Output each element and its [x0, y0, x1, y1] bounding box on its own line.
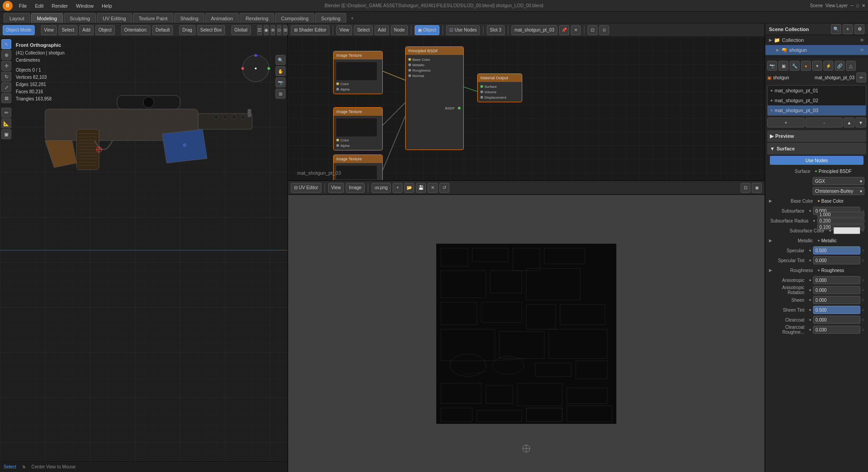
- ne-material-btn[interactable]: mat_shotgun_pt_03: [511, 25, 557, 35]
- node-material-output[interactable]: Material Output Surface Volume Displacem…: [477, 73, 522, 102]
- max-btn[interactable]: □: [856, 3, 859, 8]
- menu-render[interactable]: Render: [48, 1, 72, 11]
- node-editor-type-btn[interactable]: ⊞ Shader Editor: [291, 25, 330, 35]
- subsurface-color-rect[interactable]: [833, 227, 860, 234]
- uv-save-btn[interactable]: 💾: [416, 183, 426, 193]
- distribution-dropdown[interactable]: Christensen-Burley ▾: [813, 187, 864, 195]
- mat-icon-modifier[interactable]: 🔧: [790, 61, 800, 71]
- ne-pin-btn[interactable]: 📌: [559, 25, 569, 35]
- ws-tab-sculpting[interactable]: Sculpting: [64, 13, 96, 23]
- mat-icon-particles[interactable]: ✦: [812, 61, 822, 71]
- node-editor[interactable]: ⊞ Shader Editor View Select Add Node ▣ O…: [288, 23, 764, 181]
- uv-reload-btn[interactable]: ↺: [439, 183, 449, 193]
- ggx-dropdown[interactable]: GGX ▾: [813, 177, 864, 185]
- min-btn[interactable]: ─: [850, 3, 854, 8]
- specular-pin[interactable]: ○: [862, 248, 864, 253]
- prop-value-aniso-rot[interactable]: 0.000: [813, 286, 860, 294]
- prop-value-sheen-tint[interactable]: 0.500: [813, 306, 860, 314]
- ws-tab-compositing[interactable]: Compositing: [275, 13, 314, 23]
- object-menu-btn[interactable]: Object: [95, 25, 115, 35]
- mat-down-btn[interactable]: ▼: [855, 118, 866, 127]
- select-box-btn[interactable]: Select Box: [197, 25, 225, 35]
- clearcoat-pin[interactable]: ○: [862, 318, 864, 322]
- ws-tab-texture-paint[interactable]: Texture Paint: [133, 13, 173, 23]
- prop-value-clearcoat[interactable]: 0.000: [813, 316, 860, 324]
- menu-help[interactable]: Help: [98, 1, 116, 11]
- ws-tab-animation[interactable]: Animation: [205, 13, 239, 23]
- nav-z-axis[interactable]: [254, 54, 257, 57]
- mat-icon-physics[interactable]: ⚡: [823, 61, 833, 71]
- ne-object-btn[interactable]: ▣ Object: [415, 25, 439, 35]
- viewport-zoom-icon[interactable]: 🔍: [276, 55, 285, 65]
- uv-editor-type-btn[interactable]: ⊟ UV Editor: [291, 183, 321, 193]
- menu-file[interactable]: File: [15, 1, 31, 11]
- uv-close-btn[interactable]: ✕: [428, 183, 438, 193]
- ne-node-btn[interactable]: Node: [391, 25, 408, 35]
- node-principled[interactable]: Principled BSDF Base Color Metallic Roug…: [405, 46, 464, 150]
- uv-image-name-btn[interactable]: uv.png: [371, 183, 391, 193]
- drag-btn[interactable]: Drag: [179, 25, 195, 35]
- scale-tool-btn[interactable]: ⤢: [1, 82, 11, 92]
- mat-up-btn[interactable]: ▲: [844, 118, 854, 127]
- subsurface-color-pin[interactable]: ○: [862, 228, 864, 233]
- ne-slot-btn[interactable]: Slot 3: [487, 25, 505, 35]
- viewport-grid-icon[interactable]: ⊞: [276, 89, 285, 99]
- preview-section-header[interactable]: ▶ Preview: [767, 130, 866, 142]
- collection-eye[interactable]: 👁: [860, 38, 864, 43]
- uv-open-btn[interactable]: 📂: [404, 183, 414, 193]
- menu-window[interactable]: Window: [72, 1, 97, 11]
- ws-tab-rendering[interactable]: Rendering: [240, 13, 274, 23]
- surface-section-header[interactable]: ▼ Surface: [767, 143, 866, 154]
- uv-image-btn[interactable]: Image: [346, 183, 365, 193]
- mat-add-btn[interactable]: +: [767, 118, 805, 127]
- viewport-hand-icon[interactable]: ✋: [276, 66, 285, 76]
- prop-value-specular-tint[interactable]: 0.000: [813, 256, 860, 264]
- orientation-value-btn[interactable]: Default: [152, 25, 173, 35]
- uv-overlay-btn[interactable]: ◉: [752, 183, 762, 193]
- ne-zoom-fit-btn[interactable]: ⊡: [588, 25, 597, 35]
- ne-select-btn[interactable]: Select: [354, 25, 373, 35]
- prop-expand-base[interactable]: ▶: [769, 199, 772, 203]
- uv-editor[interactable]: ⊟ UV Editor View Image uv.png + 📂 💾 ✕ ↺ …: [288, 181, 764, 472]
- move-tool-btn[interactable]: ✛: [1, 61, 11, 71]
- mat-icon-object[interactable]: ▣: [778, 61, 788, 71]
- ne-add-btn[interactable]: Add: [375, 25, 389, 35]
- nav-x-axis[interactable]: [241, 67, 244, 70]
- prop-value-specular[interactable]: 0.500: [813, 246, 860, 254]
- object-mode-btn[interactable]: Object Mode: [3, 25, 35, 35]
- uv-zoom-fit-btn[interactable]: ⊡: [741, 183, 750, 193]
- measure-tool-btn[interactable]: 📐: [1, 118, 11, 128]
- prop-value-clearcoat-rough[interactable]: 0.030: [813, 326, 860, 334]
- add-menu-btn[interactable]: Add: [79, 25, 94, 35]
- ne-use-nodes-btn[interactable]: ☑ Use Nodes: [446, 25, 480, 35]
- select-tool-btn[interactable]: ↖: [1, 39, 11, 49]
- subsurface-r1[interactable]: 1.000: [817, 212, 864, 218]
- use-nodes-btn[interactable]: Use Nodes: [770, 156, 863, 165]
- options-btn[interactable]: ☰: [257, 25, 262, 35]
- sheen-tint-pin[interactable]: ○: [862, 308, 864, 312]
- uv-canvas[interactable]: [288, 195, 764, 472]
- ne-close-btn[interactable]: ✕: [571, 25, 581, 35]
- view-menu-btn[interactable]: View: [41, 25, 57, 35]
- ws-tab-layout[interactable]: Layout: [4, 13, 30, 23]
- transform-btn[interactable]: Global: [231, 25, 251, 35]
- mat-icon-data[interactable]: △: [846, 61, 856, 71]
- prop-expand-roughness[interactable]: ▶: [769, 268, 772, 272]
- mat-list-item-2[interactable]: ● mat_shotgun_pt_02: [768, 95, 866, 105]
- anisotropic-pin[interactable]: ○: [862, 278, 864, 282]
- mat-edit-btn[interactable]: ✏: [856, 73, 866, 82]
- select-menu-btn[interactable]: Select: [59, 25, 77, 35]
- snapping-btn[interactable]: ⊕: [271, 25, 275, 35]
- cursor-tool-btn[interactable]: ⊕: [1, 50, 11, 60]
- subsurface-r2[interactable]: 0.200: [817, 218, 864, 224]
- mat-list-item-3[interactable]: ● mat_shotgun_pt_03: [768, 105, 866, 115]
- shotgun-eye[interactable]: 👁: [860, 48, 864, 53]
- add-cube-btn[interactable]: ▣: [1, 129, 11, 139]
- clearcoat-rough-pin[interactable]: ○: [862, 327, 864, 332]
- node-group-2[interactable]: Image Texture Color Alpha: [333, 107, 383, 150]
- ne-overlay-btn[interactable]: ⊙: [599, 25, 609, 35]
- specular-tint-pin[interactable]: ○: [862, 258, 864, 263]
- viewport-camera-icon[interactable]: 📷: [276, 77, 285, 87]
- nav-y-axis[interactable]: [267, 67, 270, 70]
- rotate-tool-btn[interactable]: ↻: [1, 72, 11, 82]
